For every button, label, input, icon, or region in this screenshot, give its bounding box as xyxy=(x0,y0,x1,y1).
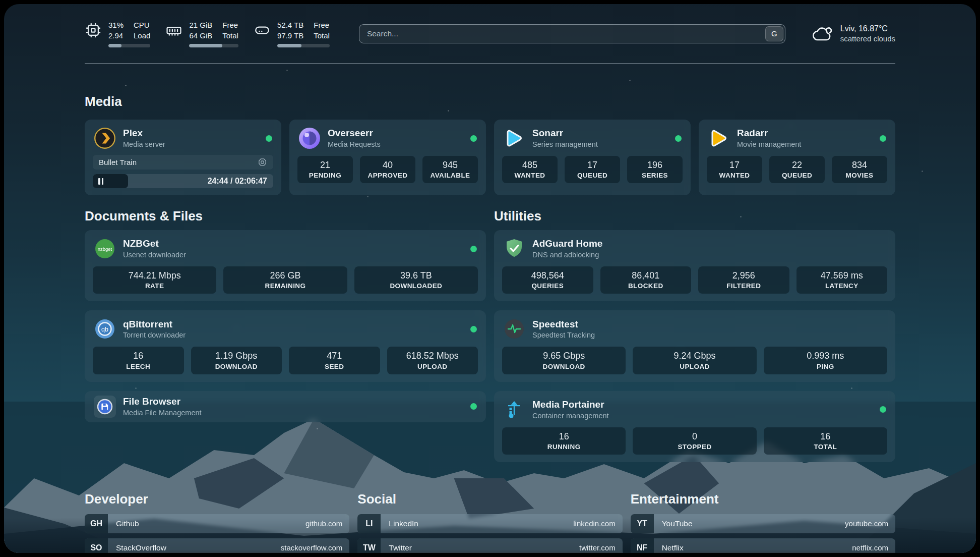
cpu-widget: 31% 2.94 CPU Load xyxy=(85,20,150,47)
stat-total: 16 TOTAL xyxy=(764,427,887,455)
service-card-nzbget[interactable]: nzbget NZBGet Usenet downloader 744.21 M… xyxy=(85,230,486,301)
service-card-qbittorrent[interactable]: qb qBittorrent Torrent downloader 16 xyxy=(85,310,486,381)
bookmarks-section: Developer GH Github github.com SO StackO… xyxy=(85,491,895,553)
bookmark-youtube[interactable]: YT YouTube youtube.com xyxy=(631,514,895,533)
video-frame-icon xyxy=(258,157,267,167)
service-card-sonarr[interactable]: Sonarr Series management 485 WANTED 17 Q… xyxy=(494,120,691,195)
cpu-percent: 31% xyxy=(108,20,124,30)
bookmark-name: YouTube xyxy=(654,519,693,528)
stat-stopped: 0 STOPPED xyxy=(633,427,756,455)
service-card-speedtest[interactable]: Speedtest Speedtest Tracking 9.65 Gbps D… xyxy=(494,310,895,381)
service-description: Media File Management xyxy=(123,408,202,418)
weather-location-temp: Lviv, 16.87°C xyxy=(840,23,895,34)
service-name: Radarr xyxy=(737,127,801,139)
service-card-overseerr[interactable]: Overseerr Media Requests 21 PENDING 40 A… xyxy=(289,120,486,195)
service-description: Media server xyxy=(123,140,165,149)
bookmark-name: Netflix xyxy=(654,543,684,552)
service-name: NZBGet xyxy=(123,238,186,250)
bookmark-group-social: Social LI LinkedIn linkedin.com TW Twitt… xyxy=(357,491,622,553)
cpu-icon xyxy=(85,22,102,39)
section-title-documents: Documents & Files xyxy=(85,208,486,224)
stat-movies: 834 MOVIES xyxy=(832,156,887,183)
adguard-logo xyxy=(503,238,525,260)
bookmark-name: Twitter xyxy=(381,543,412,552)
service-card-plex[interactable]: Plex Media server Bullet Train xyxy=(85,120,281,195)
service-name: Overseerr xyxy=(328,127,381,139)
search-provider-button[interactable]: G xyxy=(765,26,783,41)
stat-upload: 9.24 Gbps UPLOAD xyxy=(633,347,756,374)
bookmark-group-title: Entertainment xyxy=(631,491,895,507)
bookmark-twitter[interactable]: TW Twitter twitter.com xyxy=(357,538,622,553)
media-grid: Plex Media server Bullet Train xyxy=(85,120,895,195)
bookmark-group-entertainment: Entertainment YT YouTube youtube.com NF … xyxy=(631,491,895,553)
memory-free-value: 21 GiB xyxy=(189,20,212,30)
cpu-progress-bar xyxy=(108,44,150,47)
overseerr-logo xyxy=(298,127,321,149)
filebrowser-logo xyxy=(94,396,116,418)
search-input[interactable] xyxy=(359,24,785,43)
disk-widget: 52.4 TB 97.9 TB Free Total xyxy=(254,20,330,47)
header: 31% 2.94 CPU Load xyxy=(85,4,895,63)
service-name: Media Portainer xyxy=(532,399,609,411)
playback-progress-bar: 24:44 / 02:06:47 xyxy=(93,174,273,188)
cloud-icon xyxy=(812,25,834,43)
service-description: DNS and adblocking xyxy=(532,250,602,260)
disk-progress-bar xyxy=(277,44,330,47)
bookmark-abbr: GH xyxy=(85,514,108,533)
bookmark-abbr: YT xyxy=(631,514,654,533)
bookmark-netflix[interactable]: NF Netflix netflix.com xyxy=(631,538,895,553)
service-description: Container management xyxy=(532,411,609,421)
stat-leech: 16 LEECH xyxy=(93,347,184,374)
service-card-portainer[interactable]: Media Portainer Container management 16 … xyxy=(494,391,895,462)
service-name: File Browser xyxy=(123,396,202,408)
memory-total-value: 64 GiB xyxy=(189,30,212,41)
section-title-media: Media xyxy=(85,94,895,109)
stat-remaining: 266 GB REMAINING xyxy=(223,266,347,294)
stat-queued: 17 QUEUED xyxy=(565,156,620,183)
stat-download: 9.65 Gbps DOWNLOAD xyxy=(502,347,626,374)
service-name: Sonarr xyxy=(532,127,598,139)
status-dot-online xyxy=(470,135,477,142)
bookmark-github[interactable]: GH Github github.com xyxy=(85,514,349,533)
radarr-logo xyxy=(708,127,730,149)
stat-ping: 0.993 ms PING xyxy=(764,347,887,374)
stat-download: 1.19 Gbps DOWNLOAD xyxy=(191,347,282,374)
plex-logo xyxy=(94,127,116,149)
pause-icon xyxy=(98,178,103,185)
status-dot-online xyxy=(470,403,477,410)
bookmark-group-developer: Developer GH Github github.com SO StackO… xyxy=(85,491,349,553)
bookmark-domain: twitter.com xyxy=(579,543,623,552)
status-dot-online xyxy=(675,135,682,142)
service-name: AdGuard Home xyxy=(532,238,602,250)
bookmark-abbr: LI xyxy=(357,514,381,533)
memory-icon xyxy=(165,22,182,39)
disk-icon xyxy=(254,22,271,39)
svg-text:qb: qb xyxy=(101,326,108,333)
bookmark-linkedin[interactable]: LI LinkedIn linkedin.com xyxy=(357,514,622,533)
service-card-adguard[interactable]: AdGuard Home DNS and adblocking 498,564 … xyxy=(494,230,895,301)
service-card-radarr[interactable]: Radarr Movie management 17 WANTED 22 QUE… xyxy=(699,120,895,195)
stat-upload: 618.52 Mbps UPLOAD xyxy=(387,347,478,374)
stat-wanted: 485 WANTED xyxy=(502,156,558,183)
service-name: Speedtest xyxy=(532,318,595,330)
service-description: Torrent downloader xyxy=(123,330,186,340)
bookmark-domain: github.com xyxy=(305,519,349,528)
stat-running: 16 RUNNING xyxy=(502,427,626,455)
weather-condition: scattered clouds xyxy=(840,34,895,44)
disk-free-value: 52.4 TB xyxy=(277,20,303,30)
service-name: Plex xyxy=(123,127,165,139)
section-title-utilities: Utilities xyxy=(494,208,895,224)
stat-blocked: 86,401 BLOCKED xyxy=(600,266,692,294)
sonarr-logo xyxy=(503,127,525,149)
stat-seed: 471 SEED xyxy=(289,347,380,374)
search-bar: G xyxy=(359,24,785,43)
stat-approved: 40 APPROVED xyxy=(360,156,415,183)
service-description: Usenet downloader xyxy=(123,250,186,260)
service-card-filebrowser[interactable]: File Browser Media File Management xyxy=(85,391,486,422)
bookmark-abbr: NF xyxy=(631,538,654,553)
bookmark-domain: stackoverflow.com xyxy=(281,543,350,552)
memory-total-label: Total xyxy=(222,30,238,41)
stat-queued: 22 QUEUED xyxy=(769,156,825,183)
bookmark-stackoverflow[interactable]: SO StackOverflow stackoverflow.com xyxy=(85,538,349,553)
bookmark-name: LinkedIn xyxy=(381,519,418,528)
